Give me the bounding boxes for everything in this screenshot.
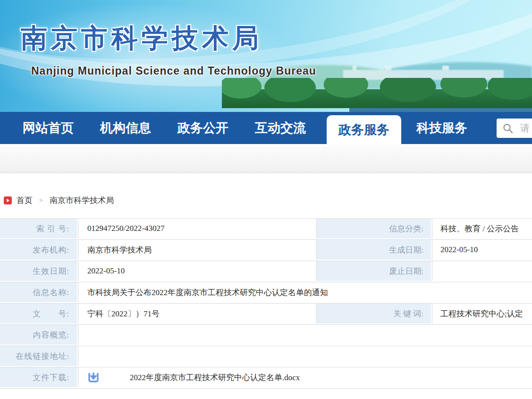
effective-date-value: 2022-05-10 — [78, 261, 315, 281]
file-name: 2022年度南京市工程技术研究中心认定名单.docx — [130, 372, 300, 383]
info-category-label: 信息分类: — [316, 219, 431, 238]
document-info-table: 索 引 号: 012947250/2022-43027 信息分类: 科技、教育 … — [0, 218, 532, 389]
created-date-label: 生成日期: — [316, 240, 431, 260]
subnav-strip — [0, 144, 532, 173]
document-number-label: 文 号: — [0, 304, 77, 323]
site-banner: 南京市科学技术局 Nanjing Municipal Science and T… — [0, 0, 532, 112]
table-row: 文 号: 宁科〔2022〕）71号 关 键 词: 工程技术研究中心;认定 — [0, 304, 532, 325]
main-nav: 网站首页 机构信息 政务公开 互动交流 政务服务 科技服务 — [0, 112, 532, 144]
keywords-value: 工程技术研究中心;认定 — [432, 304, 532, 323]
document-number-value: 宁科〔2022〕）71号 — [78, 304, 315, 323]
table-row: 生效日期: 2022-05-10 废止日期: — [0, 261, 532, 282]
breadcrumb-home-link[interactable]: 首页 — [17, 195, 33, 206]
breadcrumb-current-link[interactable]: 南京市科学技术局 — [50, 195, 114, 206]
online-link-label: 在线链接地址: — [0, 346, 77, 366]
content-overview-label: 内容概览: — [0, 325, 77, 345]
site-subtitle-english: Nanjing Municipal Science and Technology… — [31, 65, 316, 77]
nav-item-home[interactable]: 网站首页 — [23, 112, 74, 144]
breadcrumb-home-icon — [4, 196, 12, 204]
publisher-value: 南京市科学技术局 — [78, 240, 315, 260]
nav-item-gov-disclosure[interactable]: 政务公开 — [177, 112, 228, 144]
table-row: 信息名称: 市科技局关于公布2022年度南京市工程技术研究中心认定名单的通知 — [0, 282, 532, 304]
nav-item-interaction[interactable]: 互动交流 — [255, 112, 306, 144]
repeal-date-label: 废止日期: — [316, 261, 431, 281]
site-title: 南京市科学技术局 — [21, 21, 262, 57]
download-icon — [87, 371, 100, 383]
info-title-label: 信息名称: — [0, 282, 77, 302]
online-link-value — [78, 346, 532, 366]
search-input[interactable] — [520, 123, 532, 134]
nav-item-gov-services-active[interactable]: 政务服务 — [327, 115, 401, 144]
breadcrumb-separator: > — [39, 197, 43, 204]
nav-item-org-info[interactable]: 机构信息 — [100, 112, 151, 144]
search-box[interactable] — [497, 119, 532, 138]
info-title-value: 市科技局关于公布2022年度南京市工程技术研究中心认定名单的通知 — [78, 282, 532, 302]
table-row: 在线链接地址: — [0, 346, 532, 367]
banner-treeline — [222, 78, 532, 108]
keywords-label: 关 键 词: — [316, 304, 431, 323]
repeal-date-value — [432, 261, 532, 281]
table-row: 发布机构: 南京市科学技术局 生成日期: 2022-05-10 — [0, 240, 532, 261]
breadcrumb: 首页 > 南京市科学技术局 — [4, 195, 532, 206]
created-date-value: 2022-05-10 — [432, 240, 532, 260]
banner-water — [349, 108, 532, 112]
content-overview-value — [78, 325, 532, 345]
table-row: 内容概览: — [0, 325, 532, 346]
info-category-value: 科技、教育 / 公示公告 — [432, 219, 532, 238]
table-row: 文件下载: 2022年度南京市工程技术研究中心认定名单.docx — [0, 367, 532, 389]
breadcrumb-section: 首页 > 南京市科学技术局 — [0, 173, 532, 218]
index-number-value: 012947250/2022-43027 — [78, 219, 315, 238]
effective-date-label: 生效日期: — [0, 261, 77, 281]
table-row: 索 引 号: 012947250/2022-43027 信息分类: 科技、教育 … — [0, 219, 532, 240]
publisher-label: 发布机构: — [0, 240, 77, 260]
file-download-label: 文件下载: — [0, 367, 77, 387]
nav-item-tech-services[interactable]: 科技服务 — [416, 112, 467, 144]
search-icon — [502, 123, 514, 134]
file-download-link[interactable]: 2022年度南京市工程技术研究中心认定名单.docx — [87, 371, 300, 383]
index-number-label: 索 引 号: — [0, 219, 77, 238]
